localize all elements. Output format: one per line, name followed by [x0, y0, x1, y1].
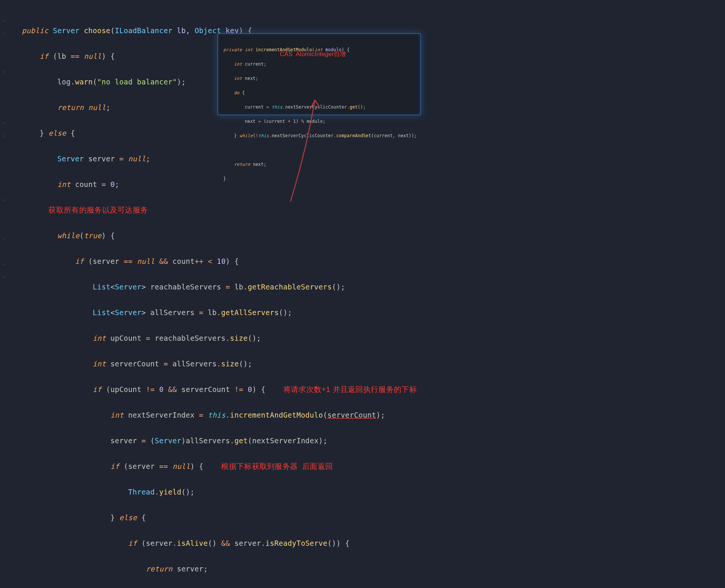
fold-icon[interactable]: ⌄	[2, 269, 5, 282]
fold-icon[interactable]: ⌄	[2, 256, 5, 269]
fold-icon[interactable]: ⌄	[2, 64, 5, 77]
annotation-text: 获取所有的服务以及可达服务	[48, 206, 148, 214]
code-overlay-popup: private int incrementAndGetModulo(int mo…	[217, 33, 421, 115]
fold-icon[interactable]: ⌄	[2, 231, 5, 243]
fold-icon[interactable]: ⌄	[2, 192, 5, 205]
fold-icon[interactable]: ⌄	[2, 115, 5, 128]
fold-icon[interactable]: ⌄	[2, 13, 5, 26]
fold-icon[interactable]: ⌄	[2, 26, 5, 38]
gutter: ⌄ ⌄ ⌄ ⌄ ⌄ ⌄ ⌄ ⌄ ⌄	[0, 0, 11, 588]
annotation-text: 根据下标获取到服务器 后面返回	[221, 462, 333, 470]
fold-icon[interactable]: ⌄	[2, 128, 5, 141]
annotation-text: CAS AtomicInteger自增	[280, 51, 346, 58]
annotation-text: 将请求次数+1 并且返回执行服务的下标	[283, 385, 417, 394]
